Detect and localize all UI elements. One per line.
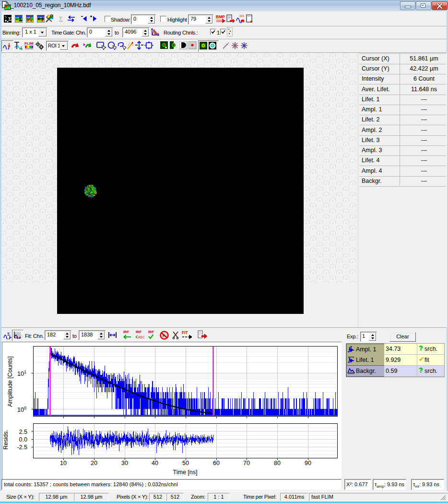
svg-text:BMP: BMP [216,14,225,19]
svg-text:F: F [163,334,165,338]
svg-text:IRF: IRF [148,330,154,334]
svg-text:IRF: IRF [136,330,142,334]
svg-text:Σ: Σ [8,16,12,22]
svg-text:Σ: Σ [19,16,23,23]
svg-text:IRF: IRF [123,330,130,334]
svg-text:Σ: Σ [7,332,10,336]
svg-text:101: 101 [239,14,245,17]
svg-text:FLIM: FLIM [24,41,34,46]
svg-text:Σ: Σ [59,16,63,23]
svg-text:ASC: ASC [138,335,145,339]
svg-text:FIT: FIT [182,330,189,335]
